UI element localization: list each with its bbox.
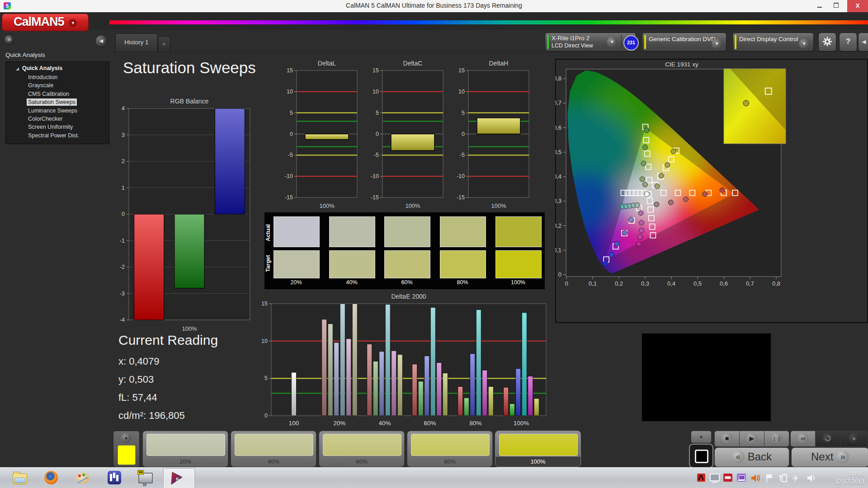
svg-text:15: 15 — [287, 67, 293, 74]
tray-app-icon[interactable] — [697, 474, 706, 483]
settings-button[interactable] — [818, 33, 836, 52]
target-swatch-100% — [495, 250, 542, 278]
taskbar-clock[interactable]: 00:05 12.07.2013 — [835, 470, 864, 485]
tray-volume-icon[interactable] — [807, 474, 816, 483]
display-control-dropdown[interactable]: Direct Display Control ▼ — [732, 33, 814, 52]
current-reading-value: y: 0,503 — [118, 371, 263, 389]
svg-text:0: 0 — [122, 211, 125, 217]
display-status-accent — [735, 35, 736, 49]
quick-pattern-swatch[interactable] — [118, 445, 136, 465]
svg-text:2: 2 — [122, 158, 125, 164]
svg-text:5: 5 — [176, 476, 179, 483]
sidebar-collapse-button[interactable]: ◀ — [95, 35, 108, 47]
svg-text:15: 15 — [458, 67, 465, 74]
svg-text:5: 5 — [462, 110, 465, 116]
record-button[interactable]: ● — [840, 431, 868, 447]
hwinfo-icon[interactable] — [108, 471, 122, 485]
svg-text:0,7: 0,7 — [746, 280, 754, 287]
help-button[interactable]: ? — [839, 33, 857, 52]
svg-text:4: 4 — [122, 105, 125, 112]
sidebar-item-cms-calibration[interactable]: CMS Calibration — [27, 90, 71, 98]
source-status-accent — [644, 35, 646, 49]
single-pattern-icon: [··] — [771, 433, 782, 444]
panel-collapse-icon[interactable]: ◀ — [858, 33, 868, 52]
tray-airplane-icon[interactable]: ✈ — [792, 474, 801, 483]
loop-button[interactable]: ∞ — [790, 431, 816, 447]
resume-button[interactable] — [815, 431, 840, 447]
sidebar-item-grayscale[interactable]: Grayscale — [27, 82, 55, 89]
back-button[interactable]: « Back — [714, 447, 789, 467]
pattern-button-80%[interactable]: 80% — [407, 431, 493, 467]
tray-laptop-icon[interactable] — [737, 474, 746, 483]
up-arrow-icon[interactable]: ▲ — [121, 433, 131, 443]
paint-icon[interactable] — [76, 471, 90, 485]
svg-text:0,1: 0,1 — [589, 280, 597, 287]
refresh-icon — [822, 433, 833, 444]
svg-text:0: 0 — [565, 280, 568, 287]
svg-text:-10: -10 — [285, 173, 293, 179]
pattern-button-20%[interactable]: 20% — [142, 431, 228, 467]
sidebar-header: Quick Analysis — [5, 52, 45, 58]
transport-up-button[interactable]: ▲ — [691, 431, 712, 443]
svg-text:-15: -15 — [457, 194, 465, 201]
rgb-balance-chart: RGB Balance-4-3-2-101234100% — [108, 96, 253, 335]
pattern-button-40%[interactable]: 40% — [231, 431, 316, 467]
sidebar-item-screen-uniformity[interactable]: Screen Uniformity — [27, 123, 74, 131]
current-reading: Current Reading x: 0,4079y: 0,503fL: 57,… — [118, 333, 263, 425]
layout-tree: Quick Analysis IntroductionGrayscaleCMS … — [5, 61, 109, 144]
pattern-button-60%[interactable]: 60% — [319, 431, 405, 467]
pattern-button-100%[interactable]: 100% — [495, 431, 581, 467]
sidebar-options-button[interactable] — [4, 35, 14, 45]
svg-text:0: 0 — [558, 271, 561, 278]
firefox-icon[interactable] — [44, 471, 59, 485]
meter-count-badge[interactable]: 231 — [623, 35, 639, 51]
tray-power-icon[interactable] — [778, 474, 788, 483]
sidebar-item-spectral-power-dist-[interactable]: Spectral Power Dist. — [27, 132, 80, 139]
svg-text:1: 1 — [122, 184, 125, 191]
tray-display-icon[interactable] — [710, 474, 719, 483]
actual-swatch-40% — [329, 216, 375, 247]
file-explorer-icon[interactable] — [13, 471, 27, 485]
display-tool-icon[interactable]: 99 — [138, 471, 153, 485]
source-dropdown[interactable]: Generic Calibration DVD ▼ — [642, 33, 726, 52]
sidebar-item-introduction[interactable]: Introduction — [27, 74, 59, 81]
row-label-target: Target — [265, 250, 271, 277]
tray-volume-mixer-icon[interactable] — [750, 474, 760, 483]
tray-car-icon[interactable] — [723, 474, 732, 483]
tree-root[interactable]: Quick Analysis — [22, 65, 62, 71]
sidebar-item-colorchecker[interactable]: ColorChecker — [27, 115, 64, 122]
svg-text:10: 10 — [287, 89, 293, 95]
svg-text:DeltaE 2000: DeltaE 2000 — [391, 293, 426, 300]
tree-expand-icon[interactable] — [16, 67, 19, 70]
svg-text:0,6: 0,6 — [720, 280, 728, 287]
calman-logo-button[interactable]: CalMAN5 ▼ — [2, 14, 89, 31]
swatch-col-label: 100% — [495, 279, 541, 286]
tab-add-button[interactable]: + — [158, 36, 170, 52]
stop-pattern-button[interactable] — [689, 444, 713, 468]
infinity-icon: ∞ — [797, 433, 808, 444]
tray-action-center-icon[interactable] — [765, 474, 774, 483]
single-pattern-button[interactable]: [··] — [764, 431, 789, 447]
restore-button[interactable] — [828, 0, 844, 12]
pattern-chip — [146, 434, 225, 456]
tab-history-1[interactable]: History 1 — [115, 33, 158, 52]
svg-text:0,6: 0,6 — [555, 124, 561, 131]
swatch-col-label: 60% — [384, 279, 429, 286]
swatch-col-label: 40% — [329, 279, 374, 286]
sidebar-item-saturation-sweeps[interactable]: Saturation Sweeps — [27, 99, 77, 106]
stop-button[interactable]: ■ — [714, 431, 740, 447]
svg-text:-5: -5 — [460, 152, 465, 158]
logo-brand: CalMAN — [14, 15, 58, 28]
taskbar-calman-active[interactable]: 5 — [164, 469, 194, 488]
next-button[interactable]: Next » — [791, 447, 868, 467]
play-button[interactable]: ▶ — [739, 431, 764, 447]
close-button[interactable]: X — [847, 0, 868, 12]
source-label: Generic Calibration DVD — [649, 36, 716, 42]
svg-text:-10: -10 — [457, 173, 465, 179]
sidebar-item-luminance-sweeps[interactable]: Luminance Sweeps — [27, 107, 79, 114]
window-title: CalMAN 5 CalMAN Ultimate for Business 17… — [0, 2, 868, 9]
svg-text:60%: 60% — [424, 420, 436, 427]
meter-dropdown[interactable]: X-Rite i1Pro 2 LCD Direct View ▼ 231 — [545, 33, 636, 52]
pattern-label: 40% — [231, 457, 316, 467]
minimize-button[interactable] — [812, 0, 827, 12]
